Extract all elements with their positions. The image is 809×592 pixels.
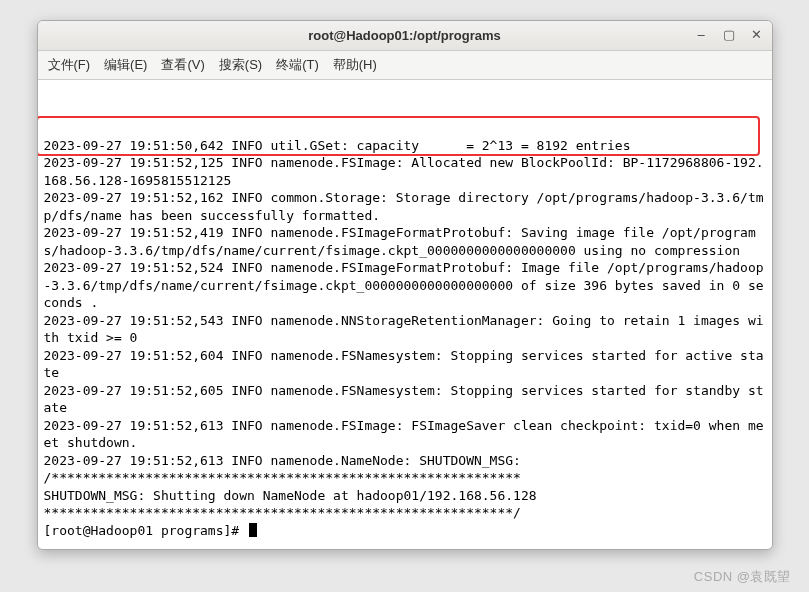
terminal-output[interactable]: 2023-09-27 19:51:50,642 INFO util.GSet: … <box>38 80 772 549</box>
cursor <box>249 523 257 537</box>
terminal-line: SHUTDOWN_MSG: Shutting down NameNode at … <box>44 487 766 505</box>
close-button[interactable]: ✕ <box>748 25 766 43</box>
terminal-line: 2023-09-27 19:51:52,125 INFO namenode.FS… <box>44 154 766 189</box>
menu-search[interactable]: 搜索(S) <box>213 54 268 76</box>
terminal-line: 2023-09-27 19:51:52,613 INFO namenode.Na… <box>44 452 766 470</box>
menu-terminal[interactable]: 终端(T) <box>270 54 325 76</box>
prompt-text: [root@Hadoop01 programs]# <box>44 522 248 540</box>
menu-edit[interactable]: 编辑(E) <box>98 54 153 76</box>
menubar: 文件(F) 编辑(E) 查看(V) 搜索(S) 终端(T) 帮助(H) <box>38 51 772 80</box>
terminal-line: 2023-09-27 19:51:52,605 INFO namenode.FS… <box>44 382 766 417</box>
terminal-line: 2023-09-27 19:51:52,543 INFO namenode.NN… <box>44 312 766 347</box>
watermark: CSDN @袁既望 <box>694 568 791 586</box>
terminal-line: /***************************************… <box>44 469 766 487</box>
terminal-line: ****************************************… <box>44 504 766 522</box>
terminal-line: 2023-09-27 19:51:52,524 INFO namenode.FS… <box>44 259 766 312</box>
minimize-button[interactable]: ‒ <box>692 25 710 43</box>
prompt-line[interactable]: [root@Hadoop01 programs]# <box>44 522 766 540</box>
terminal-line: 2023-09-27 19:51:50,642 INFO util.GSet: … <box>44 137 766 155</box>
menu-help[interactable]: 帮助(H) <box>327 54 383 76</box>
terminal-line: 2023-09-27 19:51:52,162 INFO common.Stor… <box>44 189 766 224</box>
terminal-line: 2023-09-27 19:51:52,613 INFO namenode.FS… <box>44 417 766 452</box>
maximize-button[interactable]: ▢ <box>720 25 738 43</box>
terminal-line: 2023-09-27 19:51:52,419 INFO namenode.FS… <box>44 224 766 259</box>
menu-view[interactable]: 查看(V) <box>155 54 210 76</box>
window-title: root@Hadoop01:/opt/programs <box>308 28 501 43</box>
menu-file[interactable]: 文件(F) <box>42 54 97 76</box>
titlebar: root@Hadoop01:/opt/programs ‒ ▢ ✕ <box>38 21 772 51</box>
window-controls: ‒ ▢ ✕ <box>692 25 766 43</box>
terminal-line: 2023-09-27 19:51:52,604 INFO namenode.FS… <box>44 347 766 382</box>
terminal-window: root@Hadoop01:/opt/programs ‒ ▢ ✕ 文件(F) … <box>37 20 773 550</box>
